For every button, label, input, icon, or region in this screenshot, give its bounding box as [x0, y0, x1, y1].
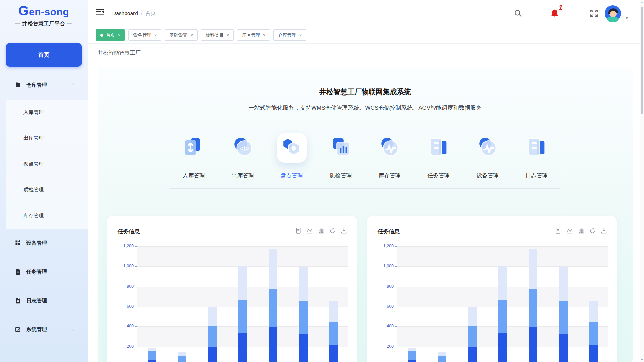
y-axis-tick-label: 1,200 [117, 244, 134, 248]
data-view-icon[interactable] [295, 227, 302, 234]
y-axis-tick-label: 400 [117, 324, 134, 328]
bar-chart-icon[interactable] [578, 227, 585, 234]
scrollbar[interactable]: ▲ ▼ [640, 0, 644, 362]
inventory-pulse-icon [378, 135, 401, 160]
tab-close-icon[interactable]: × [299, 33, 302, 38]
y-axis-line [397, 245, 397, 362]
avatar-dropdown-caret-icon[interactable]: ▼ [625, 16, 629, 20]
chart-toolbox [295, 227, 347, 234]
bar-segment-dark-blue [269, 327, 277, 362]
data-view-icon[interactable] [555, 227, 562, 234]
refresh-icon[interactable] [329, 227, 336, 234]
bar-segment-mid-blue [269, 289, 277, 328]
bell-icon[interactable] [550, 0, 560, 27]
avatar[interactable] [604, 0, 622, 27]
sidebar-subitem[interactable]: 出库管理 [6, 125, 88, 151]
sidebar-subitem[interactable]: 质检管理 [6, 177, 88, 203]
bar-segment-mid-blue [438, 356, 446, 362]
quick-link-盘点管理[interactable]: 盘点管理 [267, 133, 316, 179]
tab-close-icon[interactable]: × [154, 33, 157, 38]
tab-close-icon[interactable]: × [191, 33, 193, 38]
sidebar-subitem-label: 入库管理 [23, 109, 44, 116]
tab-close-icon[interactable]: × [263, 33, 265, 38]
logo-g: G [18, 3, 29, 18]
quick-link-icon-card [522, 133, 551, 163]
main-content: 井松智能智慧工厂 井松智慧工厂物联网集成系统 一站式智能化服务，支持WMS仓储管… [88, 44, 644, 362]
line-chart-icon[interactable] [306, 227, 313, 234]
sidebar-item-task[interactable]: 任务管理 [0, 257, 88, 286]
bar-segment-mid-blue [468, 326, 477, 347]
tab-close-icon[interactable]: × [227, 33, 229, 38]
bar-segment-dark-blue [498, 333, 507, 362]
quick-link-入库管理[interactable]: 入库管理 [169, 133, 218, 179]
quick-link-出库管理[interactable]: </>出库管理 [218, 133, 267, 179]
sidebar-subitem[interactable]: 库存管理 [6, 203, 88, 229]
sidebar-item-warehouse[interactable]: 仓库管理⌃ [0, 71, 88, 100]
scrollbar-up-arrow-icon[interactable]: ▲ [640, 1, 644, 4]
quick-link-库存管理[interactable]: 库存管理 [365, 133, 414, 179]
download-icon[interactable] [600, 227, 607, 234]
sidebar-subitem[interactable]: 入库管理 [6, 100, 88, 125]
outbound-code-circle-icon: </> [231, 135, 255, 160]
quick-link-label: 出库管理 [232, 172, 254, 179]
bar-segment-light-blue [269, 249, 277, 289]
sidebar-subitem-label: 盘点管理 [23, 161, 44, 167]
tab-设备管理[interactable]: 设备管理× [128, 29, 161, 41]
y-axis-tick-label: 200 [117, 344, 134, 349]
tab-仓库管理[interactable]: 仓库管理× [273, 29, 306, 41]
tab-首页[interactable]: 首页× [96, 29, 125, 41]
quick-link-日志管理[interactable]: 日志管理 [512, 133, 561, 179]
bar-segment-light-blue [498, 266, 507, 300]
y-axis-tick-label: 400 [377, 324, 394, 328]
line-chart-icon[interactable] [566, 227, 573, 234]
split-area-band [397, 246, 608, 266]
quick-link-icon-card [375, 133, 405, 163]
bar-segment-mid-blue [329, 322, 338, 345]
stacked-bar-chart: 2004006008001,0001,200 [117, 240, 347, 362]
logo-text: en-song [29, 6, 69, 17]
fullscreen-icon[interactable] [590, 0, 598, 27]
bar-segment-light-blue [438, 352, 446, 356]
sidebar: Gen-song — 井松智慧工厂平台 — 首页 仓库管理⌃入库管理出库管理盘点… [0, 0, 88, 362]
system-edit-icon [15, 326, 21, 333]
quick-link-质检管理[interactable]: 质检管理 [316, 133, 365, 179]
page-title: 井松智能智慧工厂 [98, 50, 141, 57]
tab-基础设置[interactable]: 基础设置× [165, 29, 198, 41]
sidebar-subitem-label: 库存管理 [23, 213, 44, 219]
bar-chart-icon[interactable] [318, 227, 325, 234]
quick-link-设备管理[interactable]: 设备管理 [463, 133, 512, 179]
collapse-menu-icon[interactable] [96, 7, 104, 16]
breadcrumb-current[interactable]: 首页 [145, 10, 156, 17]
quick-links-row: 入库管理</>出库管理盘点管理质检管理库存管理任务管理设备管理日志管理 [169, 133, 561, 179]
download-icon[interactable] [340, 227, 347, 234]
device-pulse-icon [476, 135, 499, 160]
tab-物料类目[interactable]: 物料类目× [201, 29, 234, 41]
bar-segment-light-blue [559, 267, 568, 301]
y-axis-tick-label: 1,200 [377, 244, 394, 248]
tab-close-icon[interactable]: × [118, 33, 120, 38]
sidebar-item-system[interactable]: 系统管理⌄ [0, 315, 88, 344]
sidebar-subitem-label: 出库管理 [23, 135, 44, 141]
bar-segment-dark-blue [208, 347, 217, 362]
quick-link-label: 日志管理 [526, 172, 548, 179]
quick-link-任务管理[interactable]: 任务管理 [414, 133, 463, 179]
scrollbar-down-arrow-icon[interactable]: ▼ [640, 358, 644, 361]
y-axis-tick-label: 800 [377, 284, 394, 289]
scrollbar-thumb[interactable] [641, 7, 643, 114]
tab-label: 首页 [106, 32, 115, 38]
tab-库区管理[interactable]: 库区管理× [237, 29, 270, 41]
search-icon[interactable] [514, 0, 522, 27]
sidebar-submenu: 入库管理出库管理盘点管理质检管理库存管理 [6, 100, 88, 229]
bar-segment-light-blue [238, 266, 247, 300]
breadcrumb-separator: / [141, 10, 142, 16]
sidebar-item-label: 任务管理 [26, 268, 47, 276]
sidebar-item-log[interactable]: 日志管理 [0, 286, 88, 315]
breadcrumb-dashboard[interactable]: Dashboard [112, 10, 138, 16]
topbar: Dashboard / 首页 1 ▼ [88, 0, 644, 27]
sidebar-item-label: 设备管理 [26, 240, 47, 247]
sidebar-item-device[interactable]: 设备管理 [0, 229, 88, 257]
refresh-icon[interactable] [589, 227, 596, 234]
sidebar-subitem[interactable]: 盘点管理 [6, 151, 88, 177]
sidebar-item-home[interactable]: 首页 [6, 43, 82, 67]
logo: Gen-song [0, 3, 88, 18]
